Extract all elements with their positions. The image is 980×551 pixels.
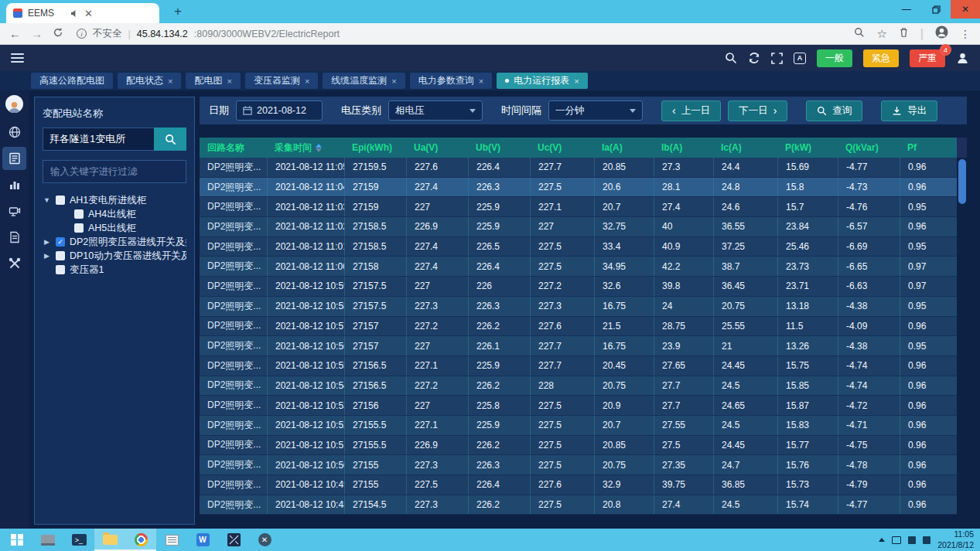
- scrollbar-thumb[interactable]: [958, 159, 966, 204]
- tab-close-icon[interactable]: ×: [574, 77, 579, 86]
- column-header[interactable]: Ib(A): [654, 138, 713, 158]
- tree-checkbox[interactable]: [74, 209, 84, 219]
- tab-close-icon[interactable]: ×: [227, 77, 231, 86]
- search-icon[interactable]: [725, 52, 737, 64]
- hmi-app-taskbar-button[interactable]: [156, 529, 187, 551]
- nav-tab[interactable]: 电力参数查询×: [410, 73, 492, 89]
- table-row[interactable]: DP2照明变...2021-08-12 10:5027155227.3226.3…: [200, 455, 957, 475]
- camera-icon[interactable]: [2, 199, 26, 223]
- next-day-button[interactable]: 下一日›: [728, 100, 787, 121]
- nav-tab[interactable]: 配电图×: [186, 73, 240, 89]
- tray-expand-icon[interactable]: [879, 538, 885, 542]
- table-row[interactable]: DP2照明变...2021-08-12 11:0227158.5226.9225…: [200, 217, 957, 237]
- column-header[interactable]: P(kW): [777, 138, 838, 158]
- bookmark-star-icon[interactable]: ☆: [876, 27, 886, 41]
- back-icon[interactable]: ←: [9, 28, 21, 39]
- station-search-button[interactable]: [154, 128, 186, 151]
- column-header[interactable]: Ua(V): [406, 138, 468, 158]
- tree-checkbox[interactable]: [56, 251, 65, 260]
- window-restore-button[interactable]: [921, 0, 951, 19]
- column-header[interactable]: 采集时间: [267, 138, 344, 158]
- alarm-level-general[interactable]: 一般: [817, 49, 852, 67]
- user-icon[interactable]: [956, 52, 969, 65]
- caret-down-icon[interactable]: ▼: [43, 196, 51, 204]
- document-icon[interactable]: [2, 226, 26, 249]
- powershell-taskbar-button[interactable]: >_: [63, 529, 94, 551]
- column-header[interactable]: Ic(A): [713, 138, 777, 158]
- alarm-level-severe[interactable]: 严重4: [910, 49, 945, 67]
- column-header[interactable]: Uc(V): [530, 138, 594, 158]
- table-row[interactable]: DP2照明变...2021-08-12 11:0427159227.4226.3…: [200, 178, 957, 198]
- tree-checkbox[interactable]: ✓: [56, 237, 65, 247]
- station-search-input[interactable]: [43, 128, 154, 151]
- taskbar-clock[interactable]: 11:05 2021/8/12: [937, 529, 974, 549]
- table-row[interactable]: DP2照明变...2021-08-12 11:0527159.5227.6226…: [200, 158, 957, 178]
- sort-icon[interactable]: [316, 144, 322, 152]
- globe-icon[interactable]: [2, 121, 26, 144]
- vertical-scrollbar[interactable]: [957, 158, 967, 515]
- table-row[interactable]: DP2照明变...2021-08-12 10:5527156.5227.1225…: [200, 356, 957, 376]
- table-row[interactable]: DP2照明变...2021-08-12 10:5627157227226.122…: [200, 336, 957, 356]
- table-row[interactable]: DP2照明变...2021-08-12 10:5127155.5226.9226…: [200, 436, 957, 456]
- table-row[interactable]: DP2照明变...2021-08-12 10:5227155.5227.1225…: [200, 416, 957, 436]
- system-tools-taskbar-button[interactable]: ✕: [249, 529, 280, 551]
- menu-toggle-icon[interactable]: [11, 53, 24, 63]
- tree-item[interactable]: ▶DP10动力变压器进线开关及控制室: [43, 249, 186, 263]
- tab-close-icon[interactable]: ×: [168, 77, 172, 86]
- translate-icon[interactable]: A: [794, 53, 806, 64]
- tab-close-icon[interactable]: ×: [479, 77, 483, 86]
- tab-audio-icon[interactable]: [70, 9, 79, 18]
- query-button[interactable]: 查询: [806, 100, 862, 121]
- caret-right-icon[interactable]: ▶: [43, 238, 51, 246]
- browser-tab[interactable]: EEMS ✕: [6, 3, 159, 23]
- bar-chart-icon[interactable]: [2, 173, 26, 196]
- wps-taskbar-button[interactable]: W: [187, 529, 218, 551]
- report-icon[interactable]: [2, 147, 26, 170]
- tray-network-icon[interactable]: [923, 536, 930, 544]
- start-taskbar-button[interactable]: [2, 529, 32, 551]
- table-row[interactable]: DP2照明变...2021-08-12 11:0027158227.4226.4…: [200, 257, 957, 277]
- browser-menu-icon[interactable]: ⋮: [960, 28, 971, 40]
- table-row[interactable]: DP2照明变...2021-08-12 10:4927155227.5226.4…: [200, 475, 957, 495]
- tab-close-icon[interactable]: ✕: [84, 8, 93, 19]
- table-row[interactable]: DP2照明变...2021-08-12 10:5727157227.2226.2…: [200, 317, 957, 337]
- profile-avatar-icon[interactable]: [935, 26, 948, 42]
- chrome-taskbar-button[interactable]: [125, 529, 156, 551]
- zoom-icon[interactable]: [854, 27, 865, 41]
- table-row[interactable]: DP2照明变...2021-08-12 11:0127158.5227.4226…: [200, 237, 957, 257]
- tree-item[interactable]: AH5出线柜: [43, 221, 186, 235]
- reload-icon[interactable]: [53, 27, 63, 41]
- tab-close-icon[interactable]: ×: [391, 77, 396, 86]
- tree-filter-input[interactable]: [43, 160, 186, 183]
- export-button[interactable]: 导出: [881, 100, 937, 121]
- column-header[interactable]: Ia(A): [594, 138, 654, 158]
- caret-right-icon[interactable]: ▶: [43, 252, 51, 260]
- forward-icon[interactable]: →: [31, 28, 43, 39]
- tree-checkbox[interactable]: [56, 196, 65, 205]
- user-avatar[interactable]: [5, 95, 23, 113]
- nav-tab[interactable]: 变压器监测×: [245, 73, 318, 89]
- column-header[interactable]: Epi(kWh): [344, 138, 406, 158]
- interval-select[interactable]: 一分钟: [548, 100, 643, 121]
- window-minimize-button[interactable]: —: [892, 0, 921, 19]
- nav-tab[interactable]: 线缆温度监测×: [323, 73, 405, 89]
- alarm-level-urgent[interactable]: 紧急: [863, 49, 899, 67]
- nav-tab[interactable]: 配电状态×: [118, 73, 181, 89]
- new-tab-button[interactable]: +: [169, 2, 187, 21]
- tree-item[interactable]: ▶✓DP2照明变压器进线开关及控制室: [43, 235, 186, 249]
- tray-monitor-icon[interactable]: [892, 536, 901, 544]
- tab-close-icon[interactable]: ×: [305, 77, 309, 86]
- prev-day-button[interactable]: ‹上一日: [661, 100, 721, 121]
- fullscreen-icon[interactable]: [771, 53, 783, 64]
- nav-tab[interactable]: 高速公路配电图: [31, 73, 113, 89]
- voltage-type-select[interactable]: 相电压: [388, 100, 483, 121]
- tree-checkbox[interactable]: [56, 265, 65, 274]
- table-row[interactable]: DP2照明变...2021-08-12 10:5327156227225.822…: [200, 396, 957, 416]
- delete-icon[interactable]: [899, 27, 909, 41]
- address-field[interactable]: i 不安全 | 45.84.134.2 :8090/3000WEBV2/Elec…: [77, 27, 340, 40]
- window-close-button[interactable]: ✕: [951, 0, 980, 19]
- table-row[interactable]: DP2照明变...2021-08-12 10:5827157.5227.3226…: [200, 297, 957, 317]
- refresh-icon[interactable]: [748, 52, 760, 64]
- column-header[interactable]: Q(kVar): [838, 138, 900, 158]
- table-row[interactable]: DP2照明变...2021-08-12 10:4827154.5227.3226…: [200, 495, 957, 515]
